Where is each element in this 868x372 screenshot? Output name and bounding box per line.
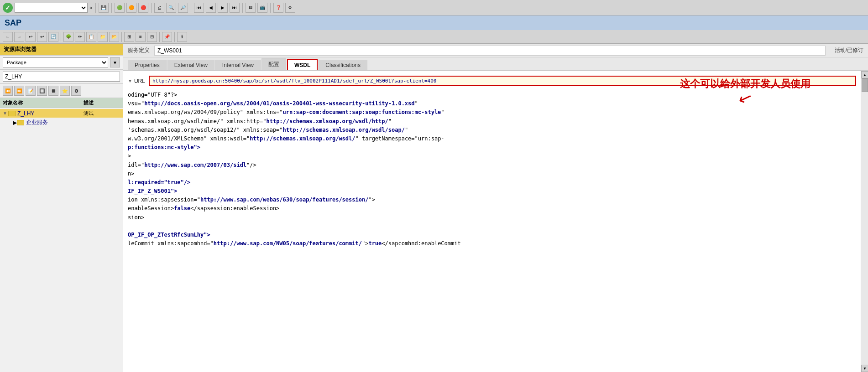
sidebar-icon2[interactable]: ⏩ (14, 86, 24, 96)
next-button[interactable]: ▶ (218, 3, 228, 13)
url-label: URL (134, 78, 145, 84)
scroll-thumb[interactable] (862, 78, 868, 92)
obj2-button[interactable]: ≡ (136, 32, 146, 42)
right-scrollbar[interactable]: ▲ ▼ (861, 71, 868, 372)
tree-item-zlhy-name: Z_LHY (17, 110, 84, 117)
sep5 (242, 3, 243, 13)
service-def-text: Z_WS001 (157, 47, 182, 54)
nav1-button[interactable]: ↩ (26, 32, 36, 42)
first-button[interactable]: ⏮ (194, 3, 204, 13)
sidebar-table-header: 对象名称 描述 (0, 98, 123, 108)
xml-line-6: w.w3.org/2001/XMLSchema" xmlns:wsdl="htt… (128, 134, 856, 143)
tree1-button[interactable]: 🌳 (63, 32, 73, 42)
print-button[interactable]: 🖨 (154, 3, 164, 13)
top-toolbar: ✓ « 💾 🟢 🟠 🔴 🖨 🔍 🔎 ⏮ ◀ ▶ ⏭ 🖥 📺 ❓ ⚙ (0, 0, 868, 16)
obj3-button[interactable]: ⊟ (147, 32, 157, 42)
sep9 (159, 32, 160, 42)
command-dropdown[interactable] (15, 3, 88, 13)
nav2-button[interactable]: ↩ (37, 32, 47, 42)
folder-icon-enterprise (17, 120, 24, 125)
xml-line-12: IF_IF_Z_WS001"> (128, 187, 856, 196)
sidebar-icon7[interactable]: ⚙ (71, 86, 81, 96)
tab-properties[interactable]: Properties (128, 60, 167, 70)
scroll-down-btn[interactable]: ▼ (861, 365, 868, 372)
sidebar-search-input[interactable] (3, 72, 120, 82)
scroll-up-btn[interactable]: ▲ (861, 71, 868, 78)
col-desc: 描述 (84, 99, 120, 106)
sap-header: SAP (0, 16, 868, 30)
sidebar-title: 资源库浏览器 (0, 44, 123, 56)
tab-external-view[interactable]: External View (167, 60, 214, 70)
sep8 (121, 32, 122, 42)
save-button[interactable]: 💾 (99, 3, 109, 13)
sidebar-tree: ▼ Z_LHY 测试 ▶ 企业服务 (0, 108, 123, 372)
sep10 (174, 32, 175, 42)
double-arrow-icon: « (89, 5, 93, 11)
monitor-button[interactable]: 🖥 (246, 3, 256, 13)
last-button[interactable]: ⏭ (230, 3, 240, 13)
nav3-button[interactable]: 🔄 (48, 32, 58, 42)
main-layout: 资源库浏览器 Package ▼ ⏪ ⏩ 📝 🔲 🔳 ⭐ ⚙ 对象名称 描述 ▼ (0, 44, 868, 372)
settings-button[interactable]: ⚙ (285, 3, 295, 13)
find-button[interactable]: 🔍 (166, 3, 176, 13)
tab-wsdl[interactable]: WSDL (287, 59, 318, 70)
forward-button[interactable]: → (14, 32, 24, 42)
sidebar-icon1[interactable]: ⏪ (3, 86, 13, 96)
monitor2-button[interactable]: 📺 (257, 3, 267, 13)
xml-content: oding="UTF-8"?> vsu="http://docs.oasis-o… (128, 91, 856, 248)
sidebar-package-select[interactable]: Package (3, 57, 108, 67)
tab-classifications[interactable]: Classifications (319, 60, 367, 70)
tree-toggle-zlhy: ▼ (3, 111, 8, 116)
xml-line-3: emas.xmlsoap.org/ws/2004/09/policy" xmln… (128, 108, 856, 117)
sep6 (270, 3, 271, 13)
tree-item-enterprise[interactable]: ▶ 企业服务 (0, 118, 123, 127)
sap-logo: SAP (5, 18, 21, 28)
back-button[interactable]: ← (3, 32, 13, 42)
obj1-button[interactable]: ⊞ (124, 32, 134, 42)
xml-line-5: 'schemas.xmlsoap.org/wsdl/soap12/" xmlns… (128, 126, 856, 134)
second-toolbar: ← → ↩ ↩ 🔄 🌳 ✏ 📋 📁 📂 ⊞ ≡ ⊟ 📌 ℹ (0, 30, 868, 44)
sidebar-select-row: Package ▼ (0, 56, 123, 70)
sidebar-icon5[interactable]: 🔳 (48, 86, 58, 96)
scroll-track (861, 78, 868, 365)
xml-line-8: > (128, 152, 856, 160)
tree3-button[interactable]: 📁 (98, 32, 108, 42)
tree-toggle-enterprise: ▶ (13, 119, 17, 126)
sidebar-select-btn[interactable]: ▼ (110, 57, 120, 67)
service-def-right: 活动/已修订 (835, 46, 863, 54)
tree-item-enterprise-name: 企业服务 (26, 119, 48, 126)
tabs-row: Properties External View Internal View 配… (123, 57, 868, 71)
tab-internal-view[interactable]: Internal View (215, 60, 261, 70)
prev-button[interactable]: ◀ (206, 3, 216, 13)
stop-button[interactable]: 🔴 (138, 3, 148, 13)
url-triangle-icon: ▼ (128, 78, 132, 83)
sep1 (95, 3, 96, 13)
find2-button[interactable]: 🔎 (178, 3, 188, 13)
refresh-green-button[interactable]: 🟢 (115, 3, 125, 13)
sidebar-icon3[interactable]: 📝 (26, 86, 36, 96)
xml-line-7: p:functions:mc-style"> (128, 143, 856, 152)
content-area: 服务定义 Z_WS001 活动/已修订 Properties External … (123, 44, 868, 372)
xml-line-9: idl="http://www.sap.com/2007/03/sidl"/> (128, 161, 856, 170)
edit-button[interactable]: ✏ (75, 32, 85, 42)
sidebar: 资源库浏览器 Package ▼ ⏪ ⏩ 📝 🔲 🔳 ⭐ ⚙ 对象名称 描述 ▼ (0, 44, 123, 372)
sidebar-icon4[interactable]: 🔲 (37, 86, 47, 96)
sep4 (191, 3, 191, 13)
sidebar-icon6[interactable]: ⭐ (60, 86, 70, 96)
sep7 (61, 32, 61, 42)
tree-item-zlhy-desc: 测试 (84, 110, 120, 117)
sep2 (111, 3, 112, 13)
refresh-orange-button[interactable]: 🟠 (126, 3, 136, 13)
sep3 (151, 3, 152, 13)
clipboard-button[interactable]: 📌 (162, 32, 172, 42)
sidebar-icons-row: ⏪ ⏩ 📝 🔲 🔳 ⭐ ⚙ (0, 84, 123, 98)
tab-config[interactable]: 配置 (261, 58, 286, 70)
tree2-button[interactable]: 📋 (86, 32, 96, 42)
tree-item-zlhy[interactable]: ▼ Z_LHY 测试 (0, 109, 123, 118)
xml-line-16: OP_IF_OP_ZTestRfcSumLhy"> (128, 231, 856, 239)
help-button[interactable]: ❓ (273, 3, 283, 13)
info-button[interactable]: ℹ (177, 32, 187, 42)
tree4-button[interactable]: 📂 (109, 32, 119, 42)
folder-icon-zlhy (8, 111, 16, 116)
check-icon: ✓ (3, 3, 13, 13)
